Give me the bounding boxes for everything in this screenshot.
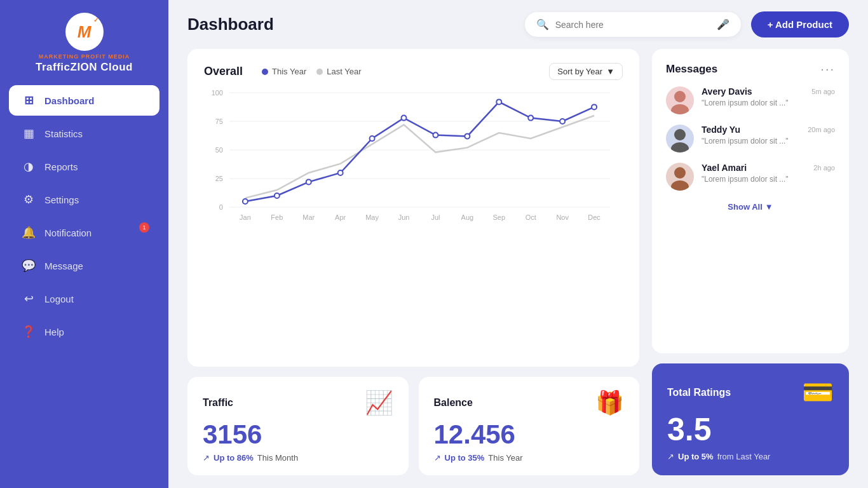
svg-text:Jan: Jan — [240, 214, 251, 221]
traffic-trend: ↗ Up to 86% This Month — [203, 453, 393, 463]
sidebar-item-message[interactable]: 💬Message — [9, 250, 159, 281]
msg-preview-2: "Lorem ipsum dolor sit ..." — [702, 137, 835, 146]
balance-icon: 🎁 — [595, 390, 624, 416]
this-year-line — [245, 102, 594, 201]
sort-label: Sort by Year — [557, 67, 602, 76]
logo-circle: M ✓ — [65, 13, 104, 51]
chart-legend: This Year Last Year — [262, 67, 361, 76]
chart-area: 100 75 50 25 0 Jan Feb Mar Apr May Jun J… — [204, 86, 623, 226]
traffic-header: Traffic 📈 — [203, 390, 393, 416]
svg-text:0: 0 — [219, 203, 223, 211]
balance-trend-label: This Year — [488, 453, 522, 463]
logo-tagline: MARKETING PROFIT MEDIA — [39, 53, 130, 60]
ratings-trend-label: from Last Year — [717, 452, 771, 461]
chart-dot — [370, 136, 375, 141]
ratings-header: Total Ratings 💳 — [667, 377, 834, 407]
chart-svg: 100 75 50 25 0 Jan Feb Mar Apr May Jun J… — [204, 86, 623, 226]
svg-text:Nov: Nov — [556, 214, 569, 221]
avatar-avery — [666, 86, 694, 114]
right-panel: Messages ··· Avery Davis 5m ago "Lorem i… — [652, 49, 849, 475]
ratings-trend-value: Up to 5% — [678, 452, 714, 461]
message-icon: 💬 — [22, 259, 36, 273]
chart-dot — [243, 199, 248, 204]
messages-card: Messages ··· Avery Davis 5m ago "Lorem i… — [652, 49, 849, 353]
avatar-teddy-img — [666, 125, 694, 152]
svg-text:75: 75 — [215, 118, 223, 125]
messages-title: Messages — [666, 63, 717, 76]
svg-text:Aug: Aug — [461, 214, 474, 221]
chart-dot — [496, 99, 501, 104]
msg-time-1: 5m ago — [811, 88, 835, 95]
show-all-button[interactable]: Show All ▼ — [728, 202, 773, 212]
sidebar-item-dashboard[interactable]: ⊞Dashboard — [9, 85, 159, 116]
sidebar-item-label-notification: Notification — [44, 227, 92, 238]
balance-card: Balence 🎁 12.456 ↗ Up to 35% This Year — [419, 377, 640, 475]
left-panel: Overall This Year Last Year Sort by Year — [187, 49, 639, 475]
svg-text:Sep: Sep — [493, 214, 506, 221]
sort-by-year-button[interactable]: Sort by Year ▼ — [549, 63, 623, 80]
stats-row: Traffic 📈 3156 ↗ Up to 86% This Month Ba… — [187, 377, 639, 475]
balance-title: Balence — [434, 397, 473, 409]
content-area: Overall This Year Last Year Sort by Year — [168, 49, 868, 488]
ratings-title: Total Ratings — [667, 387, 731, 398]
ratings-trend-arrow: ↗ — [667, 452, 674, 461]
search-icon: 🔍 — [536, 18, 549, 30]
ratings-card: Total Ratings 💳 3.5 ↗ Up to 5% from Last… — [652, 363, 849, 475]
sidebar-item-label-message: Message — [44, 261, 83, 271]
svg-text:Dec: Dec — [588, 214, 600, 221]
sidebar-item-statistics[interactable]: ▦Statistics — [9, 118, 159, 149]
sidebar-item-settings[interactable]: ⚙Settings — [9, 184, 159, 215]
sidebar-item-label-dashboard: Dashboard — [44, 95, 94, 106]
avatar-yael-img — [666, 163, 694, 191]
traffic-trend-label: This Month — [257, 453, 298, 463]
avatar-yael — [666, 163, 694, 191]
legend-dot-last-year — [316, 69, 323, 75]
svg-text:100: 100 — [212, 89, 223, 97]
msg-preview-3: "Lorem ipsum dolor sit ..." — [702, 175, 835, 184]
traffic-trend-value: Up to 86% — [214, 453, 254, 463]
ratings-trend: ↗ Up to 5% from Last Year — [667, 452, 834, 461]
chart-header: Overall This Year Last Year Sort by Year — [204, 63, 623, 80]
ratings-icon: 💳 — [802, 377, 834, 407]
balance-trend-value: Up to 35% — [445, 453, 485, 463]
logout-icon: ↩ — [22, 292, 36, 306]
add-product-button[interactable]: + Add Product — [751, 11, 849, 37]
sidebar-item-notification[interactable]: 🔔Notification1 — [9, 217, 159, 248]
msg-name-3: Yael Amari — [702, 163, 747, 173]
mic-icon[interactable]: 🎤 — [717, 18, 729, 30]
svg-text:25: 25 — [215, 175, 223, 182]
sidebar-item-help[interactable]: ❓Help — [9, 316, 159, 347]
sidebar-item-label-statistics: Statistics — [44, 128, 83, 139]
chart-card: Overall This Year Last Year Sort by Year — [187, 49, 639, 367]
reports-icon: ◑ — [22, 159, 36, 173]
sort-arrow-icon: ▼ — [606, 67, 614, 76]
svg-text:May: May — [365, 214, 379, 221]
msg-time-2: 20m ago — [808, 126, 835, 133]
logo-area: M ✓ MARKETING PROFIT MEDIA TrafficZION C… — [36, 13, 133, 74]
trend-up-icon: ↗ — [203, 453, 210, 463]
msg-name-row-2: Teddy Yu 20m ago — [702, 125, 835, 135]
sidebar-item-label-help: Help — [44, 327, 64, 337]
traffic-title: Traffic — [203, 397, 233, 409]
message-item-3: Yael Amari 2h ago "Lorem ipsum dolor sit… — [666, 163, 835, 191]
message-item-2: Teddy Yu 20m ago "Lorem ipsum dolor sit … — [666, 125, 835, 152]
msg-name-row-1: Avery Davis 5m ago — [702, 86, 835, 97]
main-area: Dashboard 🔍 🎤 + Add Product Overall This… — [168, 0, 868, 488]
svg-text:Feb: Feb — [271, 214, 283, 221]
msg-name-2: Teddy Yu — [702, 125, 740, 135]
avatar-avery-img — [666, 86, 694, 114]
dashboard-icon: ⊞ — [22, 93, 36, 107]
notification-badge: 1 — [139, 222, 149, 233]
settings-icon: ⚙ — [22, 193, 36, 207]
help-icon: ❓ — [22, 325, 36, 339]
sidebar-item-reports[interactable]: ◑Reports — [9, 151, 159, 182]
search-bar: 🔍 🎤 — [525, 12, 741, 37]
traffic-value: 3156 — [203, 421, 393, 448]
svg-text:Oct: Oct — [526, 214, 536, 221]
page-title: Dashboard — [187, 15, 515, 34]
chart-dot — [275, 193, 280, 198]
balance-header: Balence 🎁 — [434, 390, 625, 416]
messages-more-button[interactable]: ··· — [820, 62, 835, 76]
sidebar-item-logout[interactable]: ↩Logout — [9, 283, 159, 314]
search-input[interactable] — [555, 20, 710, 30]
